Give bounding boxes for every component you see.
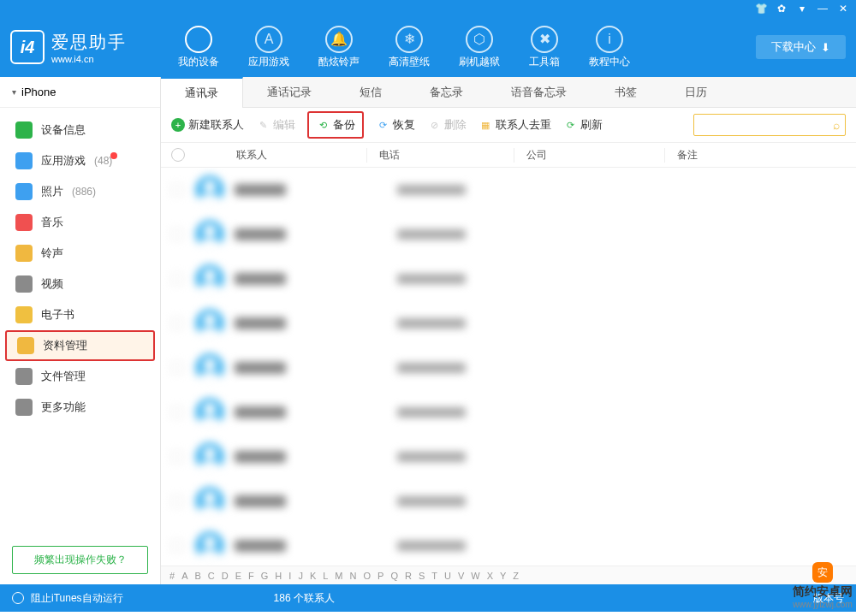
tab-3[interactable]: 备忘录: [406, 77, 487, 108]
edit-button[interactable]: ✎ 编辑: [256, 117, 295, 133]
alpha-J[interactable]: J: [298, 571, 303, 581]
sidebar-item-0[interactable]: 设备信息: [0, 115, 160, 145]
alpha-R[interactable]: R: [405, 571, 412, 581]
alpha-I[interactable]: I: [288, 571, 291, 581]
table-row[interactable]: [161, 479, 856, 524]
sidebar-item-5[interactable]: 视频: [0, 269, 160, 299]
table-row[interactable]: [161, 524, 856, 566]
search-box[interactable]: ⌕: [693, 114, 846, 136]
alpha-F[interactable]: F: [248, 571, 254, 581]
alpha-A[interactable]: A: [181, 571, 187, 581]
alpha-V[interactable]: V: [458, 571, 464, 581]
sidebar-item-1[interactable]: 应用游戏(48): [0, 145, 160, 176]
row-checkbox[interactable]: [171, 273, 183, 285]
alpha-P[interactable]: P: [377, 571, 383, 581]
tab-0[interactable]: 通讯录: [161, 77, 243, 108]
alpha-Z[interactable]: Z: [513, 571, 519, 581]
search-icon[interactable]: ⌕: [833, 118, 840, 132]
nav-1[interactable]: A应用游戏: [248, 26, 289, 69]
row-checkbox[interactable]: [171, 228, 183, 240]
app-url: www.i4.cn: [51, 54, 127, 64]
alpha-N[interactable]: N: [350, 571, 357, 581]
sidebar-item-9[interactable]: 更多功能: [0, 392, 160, 423]
fail-help-link[interactable]: 频繁出现操作失败？: [12, 546, 148, 574]
settings-icon[interactable]: ✿: [776, 3, 788, 15]
table-row[interactable]: [161, 301, 856, 346]
alpha-S[interactable]: S: [419, 571, 425, 581]
row-checkbox[interactable]: [171, 317, 183, 329]
alpha-W[interactable]: W: [471, 571, 479, 581]
nav-5[interactable]: ✖工具箱: [529, 26, 560, 69]
delete-button[interactable]: ⊘ 删除: [427, 117, 467, 133]
close-icon[interactable]: ✕: [837, 3, 849, 15]
tab-5[interactable]: 书签: [591, 77, 661, 108]
table-row[interactable]: [161, 390, 856, 435]
alpha-K[interactable]: K: [310, 571, 316, 581]
table-row[interactable]: [161, 435, 856, 479]
nav-4[interactable]: ⬡刷机越狱: [459, 26, 500, 69]
backup-button[interactable]: ⟲ 备份: [307, 111, 364, 139]
tab-6[interactable]: 日历: [661, 77, 731, 108]
tab-1[interactable]: 通话记录: [243, 77, 336, 108]
nav-0[interactable]: 我的设备: [178, 26, 219, 69]
nav-3[interactable]: ❄高清壁纸: [389, 26, 430, 69]
table-row[interactable]: [161, 346, 856, 390]
status-itunes[interactable]: 阻止iTunes自动运行: [31, 591, 123, 606]
sidebar-item-7[interactable]: 资料管理: [5, 330, 155, 361]
sidebar-item-3[interactable]: 音乐: [0, 207, 160, 238]
device-name: iPhone: [21, 86, 56, 98]
alpha-#[interactable]: #: [169, 571, 175, 581]
download-center-button[interactable]: 下载中心 ⬇: [756, 35, 846, 59]
dedup-button[interactable]: ▦ 联系人去重: [479, 117, 551, 133]
alpha-E[interactable]: E: [235, 571, 241, 581]
row-checkbox[interactable]: [171, 406, 183, 418]
col-company[interactable]: 公司: [514, 148, 664, 163]
col-contact[interactable]: 联系人: [195, 148, 366, 163]
restore-button[interactable]: ⟳ 恢复: [376, 117, 415, 133]
device-selector[interactable]: ▾ iPhone: [0, 77, 160, 108]
tab-4[interactable]: 语音备忘录: [487, 77, 591, 108]
col-phone[interactable]: 电话: [366, 148, 514, 163]
table-row[interactable]: [161, 257, 856, 301]
row-checkbox[interactable]: [171, 540, 183, 552]
table-row[interactable]: [161, 168, 856, 212]
row-checkbox[interactable]: [171, 184, 183, 196]
alpha-O[interactable]: O: [363, 571, 371, 581]
alpha-B[interactable]: B: [194, 571, 200, 581]
refresh-button[interactable]: ⟳ 刷新: [563, 117, 603, 133]
alpha-M[interactable]: M: [335, 571, 342, 581]
alpha-C[interactable]: C: [208, 571, 215, 581]
shirt-icon[interactable]: 👕: [755, 3, 767, 15]
search-input[interactable]: [699, 119, 833, 131]
alpha-T[interactable]: T: [431, 571, 437, 581]
nav-6[interactable]: i教程中心: [589, 26, 630, 69]
sidebar-icon: [15, 183, 33, 200]
alpha-G[interactable]: G: [261, 571, 269, 581]
menu-icon[interactable]: ▾: [796, 3, 808, 15]
tab-2[interactable]: 短信: [336, 77, 406, 108]
alpha-U[interactable]: U: [444, 571, 451, 581]
sidebar-item-4[interactable]: 铃声: [0, 238, 160, 269]
row-checkbox[interactable]: [171, 495, 183, 507]
alpha-X[interactable]: X: [487, 571, 493, 581]
row-checkbox[interactable]: [171, 362, 183, 374]
table-row[interactable]: [161, 212, 856, 257]
alpha-L[interactable]: L: [323, 571, 328, 581]
minimize-icon[interactable]: —: [817, 3, 829, 15]
sidebar-item-6[interactable]: 电子书: [0, 299, 160, 330]
sidebar-item-2[interactable]: 照片(886): [0, 176, 160, 207]
avatar: [195, 175, 224, 204]
app-name: 爱思助手: [51, 31, 127, 54]
select-all-checkbox[interactable]: [171, 148, 185, 162]
new-contact-button[interactable]: + 新建联系人: [171, 117, 244, 133]
nav-2[interactable]: 🔔酷炫铃声: [318, 26, 360, 69]
alpha-D[interactable]: D: [222, 571, 229, 581]
col-note[interactable]: 备注: [664, 148, 856, 163]
alpha-H[interactable]: H: [275, 571, 282, 581]
status-toggle-icon[interactable]: [12, 592, 24, 604]
sidebar-item-8[interactable]: 文件管理: [0, 361, 160, 392]
alpha-Y[interactable]: Y: [500, 571, 506, 581]
row-checkbox[interactable]: [171, 451, 183, 463]
alpha-Q[interactable]: Q: [390, 571, 398, 581]
nav-icon: [185, 26, 212, 53]
